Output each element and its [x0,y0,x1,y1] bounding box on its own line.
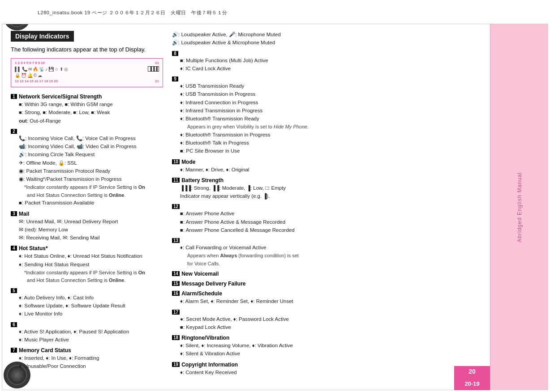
section-2-header: 2 [11,128,163,134]
section-13-header: 13 [172,238,481,243]
s4-note-2: and Hot Status Connection Setting is Onl… [19,277,163,284]
section-2-num: 2 [11,129,17,134]
disp-icon-mode: ◎ [64,67,68,72]
section-10-title: Mode [181,159,195,165]
header-text: L280_insatsu.book 19 ページ ２００６年１２月２６日 火曜日… [38,9,228,16]
intro-text: The following indicators appear at the t… [11,46,163,53]
s1-item-1: ■: Within 3G range, ■: Within GSM range [19,101,163,108]
s9-item-3: ♦: Infrared Connection in Progress [180,99,481,107]
section-13-body: ♦: Call Forwarding or Voicemail Active A… [172,244,481,267]
section-16-num: 16 [172,291,180,296]
disp-num-1: 1 [15,61,17,65]
section-3: 3 Mail ✉: Unread Mail, ✉: Unread Deliver… [11,211,163,242]
section-4-title: Hot Status* [19,245,48,251]
disp-num-3: 3 [21,61,22,65]
header-bar: L280_insatsu.book 19 ページ ２００６年１２月２６日 火曜日… [2,2,548,24]
section-19-header: 19 Copyright Information [172,362,481,368]
section-10-body: ♦: Manner, ♦: Drive, ♦: Original [172,166,481,174]
disp-icon-music: ♪ [45,67,47,72]
section-title-box: Display Indicators [11,31,74,42]
section-18-header: 18 Ringtone/Vibration [172,335,481,341]
s9-item-1: ♦: USB Transmission Ready [180,82,481,90]
s1-item-2: ■: Strong, ■: Moderate, ■: Low, ■: Weak [19,109,163,116]
s11-item-2: Indicator may appear vertically (e.g. ▐)… [180,192,481,200]
section-16: 16 Alarm/Schedule ♦: Alarm Set, ♦: Remin… [172,290,481,305]
disp-icon-alarm: ⏰ [21,73,26,78]
section-r-top: 🔊: Loudspeaker Active, 🎤: Microphone Mut… [172,31,481,47]
disp-icon-mail: ✉ [28,67,32,72]
indicator-display: 1 2 3 4 5 6 7 8 9 10 11 ▌▌ 📞 ✉ [11,58,163,87]
sr-item-1: 🔊: Loudspeaker Active, 🎤: Microphone Mut… [172,31,481,38]
section-1-title: Network Service/Signal Strength [19,94,102,100]
display-row-icons: ▌▌ 📞 ✉ 🔥 📡 ♪ 💾 ☆ ⬆ ◎ ▐▐▐ [15,66,159,72]
section-18: 18 Ringtone/Vibration ♦: Silent, ♦: Incr… [172,335,481,358]
section-1-num: 1 [11,94,17,99]
s5-item-1: ♦: Auto Delivery Info, ♦: Cast Info [19,294,163,302]
s13-note: Appears when Always (forwarding conditio… [180,252,481,260]
main-content: Display Indicators The following indicat… [2,24,490,377]
disp-battery: ▐▐▐ [148,66,159,72]
section-5: 5 ♦: Auto Delivery Info, ♦: Cast Info ♦:… [11,288,163,318]
section-11-title: Battery Strength [181,177,223,183]
s9-note: Appears in grey when Visibility is set t… [180,123,481,131]
page-number-box: 20-19 [454,377,490,390]
disp-num-9: 9 [38,61,40,65]
disp-icon-lock: 🔒 [15,73,20,78]
s2-item-6: ◉: Waiting*/Packet Transmission in Progr… [19,175,163,183]
section-12-body: ■: Answer Phone Active ■: Answer Phone A… [172,210,481,234]
section-13-num: 13 [172,238,180,243]
s8-item-1: ■: Multiple Functions (Multi Job) Active [180,57,481,64]
section-r-top-body: 🔊: Loudspeaker Active, 🎤: Microphone Mut… [172,31,481,47]
right-column: 🔊: Loudspeaker Active, 🎤: Microphone Mut… [172,31,481,372]
s9-item-4: ♦: Infrared Transmission in Progress [180,107,481,115]
disp-num-2: 2 [17,61,19,65]
s5-item-3: ♦: Live Monitor Info [19,310,163,318]
disp-num-4: 4 [23,61,25,65]
s6-item-2: ♦: Music Player Active [19,336,163,344]
s1-item-3: out: Out-of-Range [19,117,163,125]
s7-item-2: ♦: Unusable/Poor Connection [19,362,163,370]
display-row-nums2: 12 13 14 15 16 17 18 19 20 21 [15,79,159,83]
section-5-body: ♦: Auto Delivery Info, ♦: Cast Info ♦: S… [11,294,163,318]
section-4-num: 4 [11,246,17,251]
s12-item-3: ■: Answer Phone Cancelled & Message Reco… [180,226,481,234]
s2-item-3: 🔊: Incoming Circle Talk Request [19,151,163,158]
section-18-body: ♦: Silent, ♦: Increasing Volume, ♦: Vibr… [172,342,481,358]
section-14-num: 14 [172,271,180,276]
section-17: 17 ●: Secret Mode Active, ♦: Password Lo… [172,309,481,332]
s7-item-1: ♦: Inserted, ♦: In Use, ♦: Formatting [19,354,163,362]
section-15-header: 15 Message Delivery Failure [172,281,481,287]
section-3-title: Mail [19,211,29,217]
section-1-body: ■: Within 3G range, ■: Within GSM range … [11,101,163,125]
section-10-num: 10 [172,159,180,164]
section-6-header: 6 [11,322,163,327]
section-8-header: 8 [172,51,481,56]
section-9: 9 ♦: USB Transmission Ready ♦: USB Trans… [172,76,481,155]
section-16-header: 16 Alarm/Schedule [172,290,481,297]
s8-item-2: ♦: IC Card Lock Active [180,65,481,72]
section-3-body: ✉: Unread Mail, ✉: Unread Delivery Repor… [11,218,163,242]
s4-item-1: ♦: Hot Status Online, ♦: Unread Hot Stat… [19,252,163,260]
section-5-header: 5 [11,288,163,293]
disp-icon-usb: ⬆ [60,67,63,72]
section-11: 11 Battery Strength ▐▐▐: Strong, ▐▐: Mod… [172,177,481,200]
left-column: Display Indicators The following indicat… [11,31,163,372]
s9-item-2: ♦: USB Transmission in Progress [180,90,481,98]
section-7-header: 7 Memory Card Status [11,347,163,354]
section-17-header: 17 [172,309,481,315]
s6-item-1: ♦: Active S! Application, ♦: Paused S! A… [19,328,163,336]
s9-item-5: ♦: Bluetooth® Transmission Ready [180,115,481,123]
section-9-body: ♦: USB Transmission Ready ♦: USB Transmi… [172,82,481,155]
section-17-num: 17 [172,310,180,315]
section-9-header: 9 [172,76,481,81]
section-6: 6 ♦: Active S! Application, ♦: Paused S!… [11,322,163,344]
section-4-header: 4 Hot Status* [11,245,163,251]
s2-note: *Indicator constantly appears if IP Serv… [19,183,163,191]
section-3-num: 3 [11,211,17,216]
s5-item-2: ♦: Software Update, ♦: Software Update R… [19,302,163,310]
section-7-num: 7 [11,348,17,353]
s18-item-2: ♦: Silent & Vibration Active [180,350,481,358]
section-10: 10 Mode ♦: Manner, ♦: Drive, ♦: Original [172,159,481,174]
s13-item-1: ♦: Call Forwarding or Voicemail Active [180,244,481,251]
section-14-header: 14 New Voicemail [172,271,481,277]
